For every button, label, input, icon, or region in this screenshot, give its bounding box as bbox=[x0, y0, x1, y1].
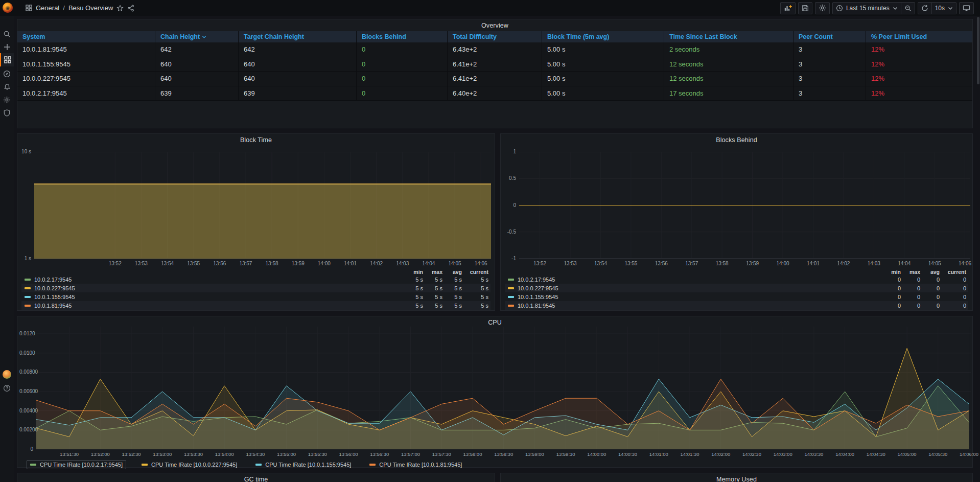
table-header-row: System Chain Height Target Chain Height … bbox=[17, 31, 972, 42]
breadcrumb-dashboard-title[interactable]: Besu Overview bbox=[68, 4, 113, 12]
blocks-behind-panel: Blocks Behind min max avg current 10.0.2… bbox=[500, 133, 973, 311]
x-axis-tick: 13:53:00 bbox=[153, 451, 172, 457]
cell-peer-count: 3 bbox=[793, 72, 866, 86]
legend-item[interactable]: CPU Time IRate [10.0.1.81:9545] bbox=[366, 461, 465, 469]
col-header-peer-limit-used[interactable]: % Peer Limit Used bbox=[866, 31, 972, 42]
x-axis-tick: 13:57:00 bbox=[401, 451, 420, 457]
explore-compass-icon[interactable] bbox=[0, 67, 14, 80]
refresh-button[interactable] bbox=[918, 2, 932, 14]
scrollbar-thumb[interactable] bbox=[977, 17, 979, 84]
series-marker bbox=[508, 279, 514, 281]
block-time-chart[interactable] bbox=[34, 152, 491, 259]
y-axis-tick: 0 bbox=[19, 446, 33, 452]
panel-title[interactable]: Memory Used bbox=[501, 476, 972, 482]
grafana-logo[interactable] bbox=[3, 3, 13, 13]
cell-block-time: 5.00 s bbox=[542, 57, 664, 72]
x-axis-tick: 14:04 bbox=[422, 261, 435, 266]
x-axis-tick: 14:01 bbox=[807, 261, 820, 266]
cell-total-difficulty: 6.41e+2 bbox=[447, 72, 542, 86]
panel-title[interactable]: Overview bbox=[17, 22, 972, 29]
cell-system: 10.0.1.155:9545 bbox=[17, 57, 155, 72]
x-axis-tick: 13:53 bbox=[135, 261, 148, 266]
legend-item[interactable]: CPU Time IRate [10.0.2.17:9545] bbox=[27, 460, 126, 469]
x-axis-tick: 14:06 bbox=[959, 261, 971, 266]
sort-desc-icon bbox=[202, 35, 206, 39]
x-axis-tick: 13:58:30 bbox=[494, 451, 513, 457]
table-row: 10.0.0.227:9545 640 640 0 6.41e+2 5.00 s… bbox=[17, 72, 972, 86]
save-dashboard-button[interactable] bbox=[798, 2, 812, 14]
help-icon[interactable] bbox=[0, 381, 14, 395]
top-navbar: General / Besu Overview L bbox=[0, 0, 980, 16]
panel-title[interactable]: Blocks Behind bbox=[501, 136, 972, 144]
y-axis-tick: 0.00200 bbox=[19, 427, 33, 432]
x-axis-tick: 14:04 bbox=[898, 261, 911, 266]
col-header-total-difficulty[interactable]: Total Difficulty bbox=[447, 31, 542, 42]
x-axis-tick: 14:00 bbox=[318, 261, 331, 266]
breadcrumb-folder[interactable]: General bbox=[36, 4, 59, 12]
col-header-system[interactable]: System bbox=[17, 31, 155, 42]
y-axis-tick: 0.00400 bbox=[19, 408, 33, 414]
add-panel-button[interactable] bbox=[780, 2, 796, 14]
x-axis-tick: 13:55 bbox=[187, 261, 200, 266]
series-marker bbox=[369, 464, 376, 466]
create-icon[interactable] bbox=[0, 40, 14, 54]
legend-item[interactable]: CPU Time IRate [10.0.1.155:9545] bbox=[252, 461, 354, 469]
time-range-picker[interactable]: Last 15 minutes bbox=[832, 2, 901, 14]
x-axis-tick: 13:54:00 bbox=[215, 451, 234, 457]
refresh-interval-picker[interactable]: 10s bbox=[932, 2, 956, 14]
y-axis-tick: 1 bbox=[503, 149, 516, 154]
series-marker bbox=[25, 296, 31, 298]
cell-target-chain-height: 642 bbox=[238, 42, 356, 57]
y-axis-tick: 0.00600 bbox=[19, 388, 33, 394]
x-axis-tick: 14:02:00 bbox=[711, 451, 730, 457]
x-axis-tick: 13:59:00 bbox=[525, 451, 544, 457]
y-axis-tick: 0.0100 bbox=[19, 350, 33, 356]
zoom-out-button[interactable] bbox=[901, 2, 915, 14]
col-header-block-time[interactable]: Block Time (5m avg) bbox=[542, 31, 664, 42]
x-axis-tick: 14:02 bbox=[837, 261, 850, 266]
x-axis-tick: 14:03 bbox=[868, 261, 880, 266]
refresh-controls: 10s bbox=[918, 2, 956, 14]
search-icon[interactable] bbox=[0, 27, 14, 40]
x-axis-tick: 13:52:30 bbox=[122, 451, 141, 457]
legend-row: 10.0.0.227:9545 5 s 5 s 5 s 5 s bbox=[21, 284, 491, 292]
col-header-time-since-last-block[interactable]: Time Since Last Block bbox=[664, 31, 793, 42]
gc-time-panel: GC time bbox=[17, 473, 495, 482]
x-axis-tick: 14:03:30 bbox=[804, 451, 823, 457]
col-header-blocks-behind[interactable]: Blocks Behind bbox=[356, 31, 447, 42]
x-axis-tick: 14:02:30 bbox=[742, 451, 761, 457]
x-axis-tick: 14:06:00 bbox=[960, 451, 978, 457]
cycle-view-mode-button[interactable] bbox=[959, 2, 974, 14]
col-header-target-chain-height[interactable]: Target Chain Height bbox=[238, 31, 356, 42]
configuration-gear-icon[interactable] bbox=[0, 93, 14, 106]
cell-chain-height: 642 bbox=[155, 42, 238, 57]
col-header-chain-height[interactable]: Chain Height bbox=[155, 31, 238, 42]
cell-blocks-behind: 0 bbox=[356, 72, 447, 86]
legend-item[interactable]: CPU Time IRate [10.0.0.227:9545] bbox=[138, 461, 240, 469]
x-axis-tick: 13:58 bbox=[266, 261, 278, 266]
dashboard-settings-button[interactable] bbox=[815, 2, 830, 14]
cell-peer-limit-used: 12% bbox=[866, 42, 972, 57]
x-axis-tick: 14:03 bbox=[396, 261, 409, 266]
server-admin-shield-icon[interactable] bbox=[0, 106, 14, 120]
cell-peer-count: 3 bbox=[793, 42, 866, 57]
series-marker bbox=[25, 287, 31, 289]
share-icon[interactable] bbox=[127, 5, 134, 12]
series-marker bbox=[255, 464, 262, 466]
panel-title[interactable]: GC time bbox=[17, 476, 495, 482]
x-axis-tick: 14:00:30 bbox=[618, 451, 637, 457]
cpu-chart[interactable] bbox=[36, 327, 971, 449]
alerting-bell-icon[interactable] bbox=[0, 80, 14, 94]
x-axis-tick: 13:58:00 bbox=[463, 451, 482, 457]
x-axis-tick: 13:59 bbox=[746, 261, 759, 266]
user-avatar[interactable] bbox=[0, 368, 14, 381]
dashboards-icon[interactable] bbox=[0, 53, 14, 66]
panel-title[interactable]: CPU bbox=[17, 319, 972, 326]
cell-time-since-last-block: 12 seconds bbox=[664, 57, 793, 72]
refresh-interval-label: 10s bbox=[935, 5, 945, 12]
star-icon[interactable] bbox=[116, 5, 124, 12]
x-axis-tick: 14:02 bbox=[370, 261, 383, 266]
panel-title[interactable]: Block Time bbox=[17, 136, 495, 144]
col-header-peer-count[interactable]: Peer Count bbox=[793, 31, 866, 42]
blocks-behind-chart[interactable] bbox=[519, 152, 970, 259]
